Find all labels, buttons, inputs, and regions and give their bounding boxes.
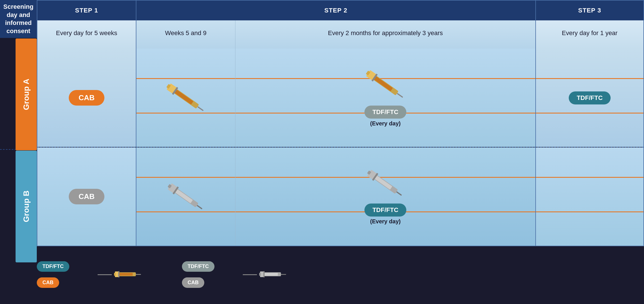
cell-step3-group-a: TDF/FTC	[536, 49, 643, 147]
legend-tdf-ftc-gray-text: TDF/FTC	[188, 264, 209, 269]
content-row-group-a: CAB	[37, 49, 643, 147]
screening-box: Screening day and informed consent	[0, 0, 37, 38]
content-row-group-b: CAB	[37, 147, 643, 246]
orange-line-1	[136, 78, 235, 79]
cell-step1-group-b: CAB	[37, 147, 136, 246]
svg-rect-6	[397, 93, 403, 98]
cell-step3-group-b	[536, 147, 643, 246]
legend-syringe-orange-icon	[114, 267, 142, 282]
group-a-text: Group A	[22, 79, 31, 110]
step1-header: STEP 1	[37, 1, 136, 20]
gray-syringe-arrow	[243, 267, 287, 282]
legend-tdf-ftc-gray: TDF/FTC	[182, 261, 214, 272]
cab-pill-orange: CAB	[69, 90, 104, 106]
step2-right-desc: Every 2 months for approximately 3 years	[328, 29, 443, 37]
step2-header: STEP 2	[136, 1, 536, 20]
legend-line-orange	[98, 274, 112, 275]
syringe-orange-2	[363, 69, 408, 97]
steps-area: STEP 1 STEP 2 STEP 3 Every day for 5 wee…	[37, 0, 644, 246]
legend-cab-orange: CAB	[37, 277, 69, 288]
cab-pill-gray: CAB	[69, 189, 104, 204]
legend-cab-orange-text: CAB	[42, 280, 53, 285]
cell-step2-left-group-a	[136, 49, 235, 147]
legend-cab-gray-text: CAB	[188, 280, 199, 285]
orange-line-12	[536, 211, 643, 212]
svg-rect-35	[263, 271, 265, 277]
left-column: Screening day and informed consent Group…	[0, 0, 37, 246]
svg-rect-24	[135, 274, 141, 275]
cell-step2-right-group-b: TDF/FTC (Every day)	[235, 147, 536, 246]
legend-tdf-ftc-teal: TDF/FTC	[37, 261, 69, 272]
svg-rect-4	[173, 89, 193, 104]
tdf-ftc-teal-text-b: TDF/FTC	[372, 206, 398, 213]
svg-rect-0	[197, 106, 204, 111]
main-container: Screening day and informed consent Group…	[0, 0, 644, 246]
legend-tdf-ftc-teal-pill: TDF/FTC	[37, 261, 69, 272]
legend-right-col: TDF/FTC CAB	[182, 261, 214, 288]
svg-rect-27	[114, 273, 116, 276]
every-day-text-b: (Every day)	[370, 218, 401, 225]
orange-syringe-arrow	[98, 267, 142, 282]
step2-label: STEP 2	[324, 7, 347, 14]
step1-label: STEP 1	[75, 7, 98, 14]
legend-cab-gray-pill: CAB	[182, 277, 204, 288]
legend-tdf-ftc-gray-pill: TDF/FTC	[182, 261, 214, 272]
svg-rect-28	[119, 273, 133, 276]
legend-line-gray	[243, 274, 257, 275]
orange-line-6	[536, 113, 643, 114]
syringe-orange	[163, 82, 209, 110]
legend-orange-syringe	[98, 267, 142, 282]
steps-header-row: STEP 1 STEP 2 STEP 3	[37, 1, 643, 20]
tdf-ftc-pill-gray-a: TDF/FTC	[364, 106, 406, 119]
legend-syringe-gray-icon	[259, 267, 287, 282]
svg-rect-34	[264, 273, 278, 276]
svg-rect-29	[118, 271, 119, 277]
legend-tdf-ftc-teal-text: TDF/FTC	[42, 264, 64, 269]
orange-line-11	[536, 177, 643, 178]
group-a-label: Group A	[16, 38, 37, 150]
group-b-label: Group B	[16, 151, 37, 262]
step2-left-desc-cell: Weeks 5 and 9	[136, 20, 235, 49]
cab-orange-text: CAB	[79, 93, 95, 102]
group-b-text: Group B	[22, 190, 31, 222]
cell-step1-group-a: CAB	[37, 49, 136, 147]
cell-step2-left-group-b	[136, 147, 235, 246]
orange-line-2	[136, 113, 235, 114]
svg-rect-22	[374, 175, 392, 190]
screening-title: Screening day and informed consent	[3, 3, 34, 35]
svg-rect-10	[373, 76, 393, 91]
step2-left-desc: Weeks 5 and 9	[165, 29, 206, 37]
step2-right-desc-cell: Every 2 months for approximately 3 years	[235, 20, 536, 49]
tdf-ftc-gray-text: TDF/FTC	[372, 108, 398, 115]
orange-line-8	[136, 211, 235, 212]
syringe-gray	[165, 182, 207, 209]
tdf-ftc-pill-teal-b: TDF/FTC	[364, 204, 406, 217]
orange-line-5	[536, 78, 643, 79]
legend-left-col: TDF/FTC CAB	[37, 261, 69, 288]
step3-desc: Every day for 1 year	[562, 29, 618, 37]
legend-cab-orange-pill: CAB	[37, 277, 59, 288]
step1-desc: Every day for 5 weeks	[56, 29, 117, 37]
legend-cab-gray: CAB	[182, 277, 214, 288]
cab-gray-text: CAB	[79, 192, 95, 201]
svg-rect-33	[259, 273, 261, 276]
syringe-gray-2	[364, 168, 407, 195]
svg-rect-16	[174, 189, 193, 203]
tdf-ftc-teal-text-a: TDF/FTC	[577, 94, 603, 101]
step3-label: STEP 3	[578, 7, 601, 14]
legend-gray-syringe	[243, 267, 287, 282]
step1-desc-cell: Every day for 5 weeks	[37, 20, 136, 49]
step3-header: STEP 3	[536, 1, 643, 20]
orange-line-7	[136, 177, 235, 178]
tdf-ftc-pill-teal-a: TDF/FTC	[569, 91, 611, 104]
cell-step2-right-group-a: TDF/FTC (Every day)	[235, 49, 536, 147]
svg-rect-30	[280, 274, 286, 275]
steps-desc-row: Every day for 5 weeks Weeks 5 and 9 Ever…	[37, 20, 643, 49]
legend-area: TDF/FTC CAB TDF/FTC	[0, 246, 644, 303]
step3-desc-cell: Every day for 1 year	[536, 20, 643, 49]
every-day-text-a: (Every day)	[370, 120, 401, 127]
